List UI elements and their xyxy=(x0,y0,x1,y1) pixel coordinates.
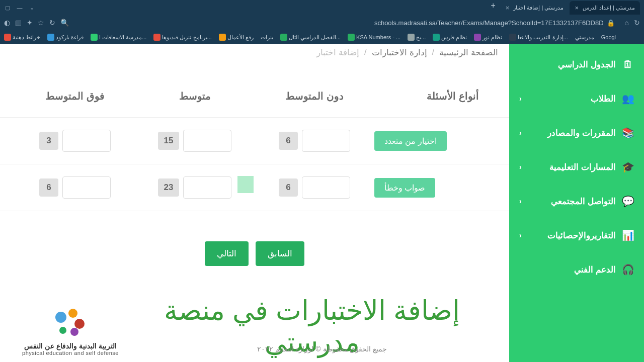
bookmark-bar: خرائط ذهنية قراءة باركود مدرسة الاسعافات… xyxy=(0,30,644,44)
question-type-mcq[interactable]: اختيار من متعدد xyxy=(374,131,447,151)
bookmark-item[interactable]: نظام فارس xyxy=(433,34,467,41)
address-bar[interactable]: schools.madrasati.sa/Teacher/Exams/Manag… xyxy=(374,19,615,27)
prev-button[interactable]: السابق xyxy=(256,241,304,266)
browser-tab-active[interactable]: × مدرستي | إضافة اختبار xyxy=(501,1,569,15)
above-input[interactable] xyxy=(62,176,111,199)
browser-tab[interactable]: × مدرستي | إعداد الدرس xyxy=(570,1,640,15)
bookmark-item[interactable]: نظام نور xyxy=(474,34,502,41)
bookmark-item[interactable]: برنامج تنزيل فيديوها... xyxy=(153,34,211,41)
sidebar-item-reports[interactable]: 📊التقاريروالإحصائيات ‹ xyxy=(509,218,644,252)
tab-title: مدرستي | إعداد الدرس xyxy=(583,5,635,11)
search-icon[interactable]: 🔍 xyxy=(60,19,69,27)
avg-input[interactable] xyxy=(183,176,231,199)
breadcrumb: الصفحة الرئيسية / إدارة الاختبارات / إضا… xyxy=(0,44,509,65)
breadcrumb-home[interactable]: الصفحة الرئيسية xyxy=(439,47,498,58)
next-button[interactable]: التالي xyxy=(205,241,249,266)
sidebar: 🗓الجدول الدراسي 👥الطلاب ‹ 📚المقررات والم… xyxy=(509,44,644,362)
sidebar-item-paths[interactable]: 🎓المسارات التعليمية ‹ xyxy=(509,150,644,184)
chevron-left-icon: ‹ xyxy=(519,129,522,137)
bookmark-item[interactable]: إدارة التدريب والابتعا... xyxy=(509,34,568,41)
table-row: اختيار من متعدد 6 15 3 xyxy=(0,118,509,164)
breadcrumb-manage[interactable]: إدارة الاختبارات xyxy=(372,47,427,58)
below-count: 6 xyxy=(279,132,298,150)
sidebar-item-label: المسارات التعليمية xyxy=(549,162,616,172)
browser-chrome: ▢ — ⌄ + × مدرستي | إضافة اختبار × مدرستي… xyxy=(0,0,644,44)
wizard-nav: السابق التالي xyxy=(0,221,509,276)
sidebar-item-students[interactable]: 👥الطلاب ‹ xyxy=(509,81,644,116)
col-types: أنواع الأسئلة xyxy=(374,90,494,102)
sidebar-item-label: الدعم الفني xyxy=(574,264,616,275)
table-header: أنواع الأسئلة دون المتوسط متوسط فوق المت… xyxy=(0,65,509,118)
stats-icon: 📊 xyxy=(622,229,634,241)
bookmark-item[interactable]: بح... xyxy=(408,34,426,41)
tab-bar: ▢ — ⌄ + × مدرستي | إضافة اختبار × مدرستي… xyxy=(0,0,644,15)
new-tab-button[interactable]: + xyxy=(487,1,499,15)
sidebar-item-label: التواصل المجتمعي xyxy=(551,196,616,207)
breadcrumb-current: إضافة اختبار xyxy=(316,47,359,58)
bookmark-item[interactable]: Googl xyxy=(601,34,616,40)
chevron-left-icon: ‹ xyxy=(519,163,522,171)
cursor-highlight xyxy=(237,176,254,193)
col-above: فوق المتوسط xyxy=(15,90,135,102)
students-icon: 👥 xyxy=(622,93,634,105)
col-below: دون المتوسط xyxy=(255,90,374,102)
chevron-left-icon: ‹ xyxy=(519,95,522,103)
close-icon[interactable]: × xyxy=(575,4,579,12)
home-icon[interactable]: ⌂ xyxy=(625,19,629,27)
bookmark-item[interactable]: قراءة باركود xyxy=(47,34,84,41)
bookmark-item[interactable]: مدرستي xyxy=(575,34,594,41)
channel-logo: التربية البدنية والدفاع عن النفس physica… xyxy=(10,309,131,356)
sidebar-item-courses[interactable]: 📚المقررات والمصادر ‹ xyxy=(509,116,644,150)
window-restore-icon[interactable]: ▢ xyxy=(4,4,11,11)
books-icon: 📚 xyxy=(622,127,634,139)
avg-count: 23 xyxy=(158,178,180,197)
avg-count: 15 xyxy=(158,132,180,150)
window-dropdown-icon[interactable]: ⌄ xyxy=(28,4,35,11)
path-icon: 🎓 xyxy=(622,161,634,173)
breadcrumb-sep: / xyxy=(432,47,435,58)
sidebar-item-label: المقررات والمصادر xyxy=(547,128,616,138)
bookmark-item[interactable]: الفصل الدراسي الثال... xyxy=(280,34,341,41)
support-icon: 🎧 xyxy=(622,263,634,276)
bookmark-item[interactable]: مدرسة الاسعافات ا... xyxy=(91,34,146,41)
window-minimize-icon[interactable]: — xyxy=(16,4,23,11)
bookmark-item[interactable]: KSA Numbers - ... xyxy=(348,34,400,41)
lock-icon: 🔒 xyxy=(607,19,615,27)
profile-icon[interactable]: ◐ xyxy=(4,19,10,27)
favorite-icon[interactable]: ☆ xyxy=(38,19,44,27)
sidebar-item-support[interactable]: 🎧الدعم الفني xyxy=(509,252,644,287)
close-icon[interactable]: × xyxy=(506,4,510,12)
bookmark-item[interactable]: خرائط ذهنية xyxy=(4,34,40,41)
below-input[interactable] xyxy=(302,130,350,152)
chevron-left-icon: ‹ xyxy=(519,197,522,205)
avg-input[interactable] xyxy=(183,130,231,152)
above-count: 6 xyxy=(39,178,58,197)
table-row: صواب وخطأ 6 23 6 xyxy=(0,164,509,211)
breadcrumb-sep: / xyxy=(364,47,367,58)
copyright-text: جميع الحقوق محفوظة © لوزارة التعليم ٢٠٢٢ xyxy=(257,345,387,353)
sidebar-item-community[interactable]: 💬التواصل المجتمعي ‹ xyxy=(509,184,644,218)
question-type-tf[interactable]: صواب وخطأ xyxy=(374,178,435,198)
sidebar-item-label: الجدول الدراسي xyxy=(558,59,616,70)
chevron-left-icon: ‹ xyxy=(519,231,522,239)
above-count: 3 xyxy=(39,132,58,150)
logo-text-en: physical education and self defense xyxy=(10,350,131,356)
sidebar-item-label: الطلاب xyxy=(591,94,616,104)
share-icon[interactable]: ↻ xyxy=(49,19,55,27)
refresh-icon[interactable]: ↻ xyxy=(634,19,640,27)
above-input[interactable] xyxy=(62,130,111,152)
sidebar-toggle-icon[interactable]: ▥ xyxy=(15,19,22,27)
sidebar-item-label: التقاريروالإحصائيات xyxy=(547,230,616,241)
below-input[interactable] xyxy=(302,176,350,199)
logo-swirl-icon xyxy=(50,309,91,339)
sidebar-item-schedule[interactable]: 🗓الجدول الدراسي xyxy=(509,47,644,81)
url-bar: ◐ ▥ ✦ ☆ ↻ 🔍 schools.madrasati.sa/Teacher… xyxy=(0,15,644,30)
extensions-icon[interactable]: ✦ xyxy=(27,19,33,27)
bookmark-item[interactable]: بنرات xyxy=(261,34,273,41)
col-avg: متوسط xyxy=(135,90,255,102)
url-text: schools.madrasati.sa/Teacher/Exams/Manag… xyxy=(374,19,604,27)
calendar-icon: 🗓 xyxy=(622,58,634,70)
below-count: 6 xyxy=(279,178,298,197)
tab-title: مدرستي | إضافة اختبار xyxy=(513,5,564,11)
bookmark-item[interactable]: رفع الأعمال xyxy=(219,34,254,41)
